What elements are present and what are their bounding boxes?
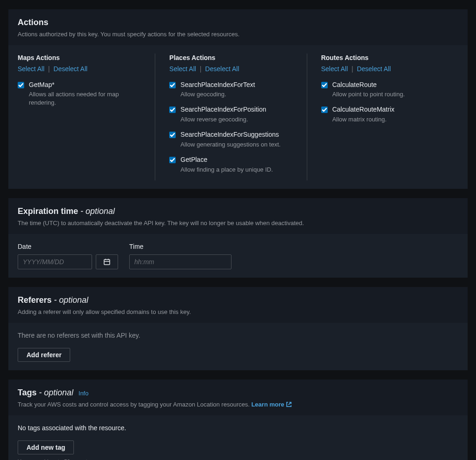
tags-panel-header: Tags - optional Info Track your AWS cost…	[8, 380, 468, 415]
getmap-checkbox[interactable]	[18, 82, 24, 88]
tags-title: Tags - optional Info	[18, 387, 458, 399]
actions-panel: Actions Actions authorized by this key. …	[8, 9, 468, 189]
tags-body: No tags associated with the resource. Ad…	[8, 415, 468, 460]
check-icon	[322, 82, 327, 88]
check-icon	[322, 107, 327, 113]
places-actions-title: Places Actions	[169, 53, 292, 63]
check-icon	[170, 157, 175, 163]
optional-label: - optional	[52, 295, 88, 305]
action-item: SearchPlaceIndexForText Allow geocoding.	[169, 80, 292, 99]
searchplaceindexfortext-checkbox[interactable]	[169, 82, 176, 88]
action-desc: Allow finding a place by unique ID.	[180, 166, 273, 174]
places-actions-column: Places Actions Select All | Deselect All…	[155, 53, 306, 180]
time-field-group: Time	[129, 242, 231, 269]
add-referer-button[interactable]: Add referer	[18, 348, 70, 362]
routes-actions-column: Routes Actions Select All | Deselect All…	[307, 53, 458, 180]
action-label: GetPlace	[180, 155, 273, 165]
action-item: GetPlace Allow finding a place by unique…	[169, 155, 292, 174]
date-input-row	[18, 254, 118, 269]
routes-actions-title: Routes Actions	[321, 53, 444, 63]
tags-subtitle-text: Track your AWS costs and control access …	[18, 401, 251, 408]
expiration-panel: Expiration time - optional The time (UTC…	[8, 198, 468, 278]
expiration-fields: Date	[18, 242, 458, 269]
action-label: SearchPlaceIndexForPosition	[180, 105, 266, 114]
check-icon	[170, 132, 175, 138]
actions-subtitle: Actions authorized by this key. You must…	[18, 30, 458, 39]
external-link-icon	[286, 401, 292, 407]
referers-title-text: Referers	[18, 295, 52, 305]
actions-panel-header: Actions Actions authorized by this key. …	[8, 9, 468, 45]
places-select-row: Select All | Deselect All	[169, 65, 292, 74]
referers-panel: Referers - optional Adding a referer wil…	[8, 287, 468, 370]
separator: |	[198, 65, 204, 73]
searchplaceindexforposition-checkbox[interactable]	[169, 107, 176, 113]
expiration-body: Date	[8, 234, 468, 278]
time-label: Time	[129, 242, 231, 252]
getplace-checkbox[interactable]	[169, 157, 176, 163]
places-deselect-all[interactable]: Deselect All	[205, 65, 239, 73]
check-icon	[18, 82, 24, 88]
optional-label: - optional	[78, 207, 115, 216]
check-icon	[170, 82, 175, 88]
routes-deselect-all[interactable]: Deselect All	[357, 65, 391, 73]
action-desc: Allow reverse geocoding.	[180, 115, 266, 124]
expiration-subtitle: The time (UTC) to automatically deactiva…	[18, 219, 458, 227]
searchplaceindexforsuggestions-checkbox[interactable]	[169, 132, 176, 138]
action-desc: Allow geocoding.	[180, 90, 255, 99]
action-item: CalculateRoute Allow point to point rout…	[321, 80, 444, 99]
referers-subtitle: Adding a referer will only allow specifi…	[18, 308, 458, 316]
action-desc: Allows all actions needed for map render…	[29, 90, 141, 107]
date-label: Date	[18, 242, 118, 252]
actions-body: Maps Actions Select All | Deselect All G…	[8, 45, 468, 188]
action-label: CalculateRoute	[332, 80, 405, 90]
referers-title: Referers - optional	[18, 294, 458, 306]
expiration-title-text: Expiration time	[18, 207, 78, 216]
action-item: CalculateRouteMatrix Allow matrix routin…	[321, 105, 444, 124]
action-label: CalculateRouteMatrix	[332, 105, 395, 114]
date-input[interactable]	[18, 254, 92, 269]
svg-rect-0	[104, 260, 110, 265]
learn-more-link[interactable]: Learn more	[251, 400, 292, 409]
action-item: SearchPlaceIndexForPosition Allow revers…	[169, 105, 292, 124]
action-desc: Allow generating suggestions on text.	[180, 140, 280, 149]
places-select-all[interactable]: Select All	[169, 65, 196, 73]
add-new-tag-button[interactable]: Add new tag	[18, 440, 74, 454]
tags-title-text: Tags	[18, 388, 37, 397]
referers-empty: There are no referers set with this API …	[18, 331, 458, 340]
maps-actions-column: Maps Actions Select All | Deselect All G…	[18, 53, 155, 180]
check-icon	[170, 107, 175, 113]
action-desc: Allow point to point routing.	[332, 90, 405, 99]
tags-empty: No tags associated with the resource.	[18, 424, 458, 433]
calendar-button[interactable]	[96, 254, 118, 269]
expiration-panel-header: Expiration time - optional The time (UTC…	[8, 198, 468, 234]
learn-more-text: Learn more	[251, 400, 284, 409]
action-item: SearchPlaceIndexForSuggestions Allow gen…	[169, 130, 292, 149]
tags-info-link[interactable]: Info	[79, 390, 89, 397]
calculateroute-checkbox[interactable]	[321, 82, 328, 88]
tags-panel: Tags - optional Info Track your AWS cost…	[8, 380, 468, 460]
tags-subtitle: Track your AWS costs and control access …	[18, 400, 458, 409]
maps-select-row: Select All | Deselect All	[18, 65, 141, 74]
actions-columns: Maps Actions Select All | Deselect All G…	[18, 53, 458, 180]
action-label: GetMap*	[29, 80, 141, 90]
routes-select-row: Select All | Deselect All	[321, 65, 444, 74]
tags-hint: You can add up to 50 more tags.	[18, 458, 458, 460]
action-desc: Allow matrix routing.	[332, 115, 395, 124]
maps-deselect-all[interactable]: Deselect All	[53, 65, 87, 73]
action-label: SearchPlaceIndexForSuggestions	[180, 130, 280, 140]
separator: |	[46, 65, 52, 73]
optional-label: - optional	[37, 388, 73, 397]
referers-body: There are no referers set with this API …	[8, 323, 468, 370]
action-item: GetMap* Allows all actions needed for ma…	[18, 80, 141, 107]
time-input[interactable]	[129, 254, 231, 269]
action-label: SearchPlaceIndexForText	[180, 80, 255, 90]
separator: |	[350, 65, 355, 73]
maps-select-all[interactable]: Select All	[18, 65, 45, 73]
routes-select-all[interactable]: Select All	[321, 65, 348, 73]
calendar-icon	[103, 258, 111, 266]
date-field-group: Date	[18, 242, 118, 269]
actions-title: Actions	[18, 17, 458, 28]
maps-actions-title: Maps Actions	[18, 53, 141, 63]
calculateroutematrix-checkbox[interactable]	[321, 107, 328, 113]
expiration-title: Expiration time - optional	[18, 206, 458, 217]
